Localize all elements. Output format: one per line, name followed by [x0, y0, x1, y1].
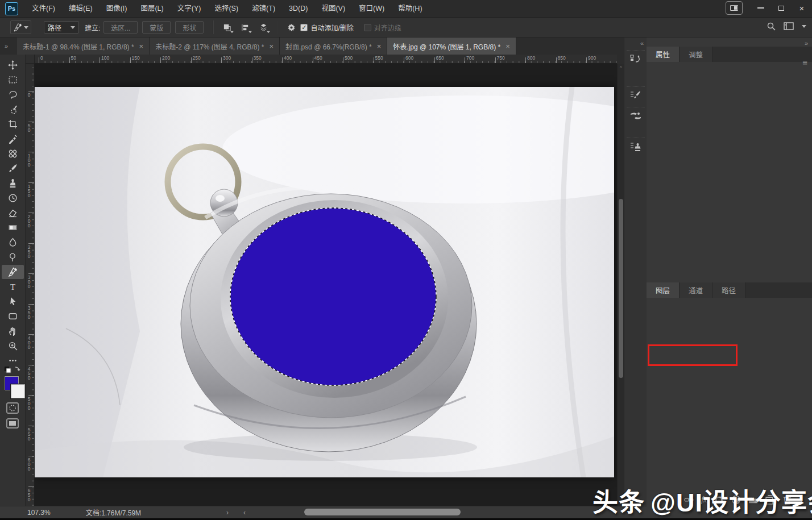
panel-menu-icon[interactable]: ≡ [802, 57, 807, 67]
tool-eraser[interactable] [2, 206, 24, 220]
expand-panels-button[interactable]: « [640, 40, 643, 47]
tool-rectangular-marquee[interactable] [2, 73, 24, 87]
quick-mask-icon[interactable] [6, 402, 19, 414]
document-canvas[interactable] [35, 64, 617, 506]
tool-hand[interactable] [2, 324, 24, 338]
tool-dodge[interactable] [2, 250, 24, 264]
menu-edit[interactable]: 编辑(E) [62, 0, 100, 18]
watermark-handle: @UI设计分享会 [651, 488, 812, 517]
menu-3d[interactable]: 3D(D) [282, 0, 314, 18]
tool-smudge[interactable] [2, 235, 24, 249]
ruler-label: 850 [558, 55, 566, 61]
ruler-tick [28, 213, 35, 213]
align-edges-checkbox[interactable] [364, 24, 371, 31]
active-tool-badge[interactable] [10, 20, 31, 34]
swap-colors-icon[interactable] [4, 366, 21, 375]
tool-pen[interactable] [2, 265, 24, 279]
horizontal-scrollbar-thumb[interactable] [304, 509, 461, 515]
menu-window[interactable]: 窗口(W) [352, 0, 391, 18]
status-flyout-arrow-icon[interactable]: › [226, 509, 229, 517]
tool-healing-brush[interactable] [2, 147, 24, 161]
tab-close-icon[interactable]: × [506, 42, 510, 51]
tool-brush[interactable] [2, 161, 24, 176]
chevron-down-icon[interactable] [802, 25, 806, 28]
minimize-button[interactable] [751, 1, 771, 15]
document-tab-1[interactable]: 未标题-2 @ 117% (图层 4, RGB/8) *× [150, 38, 280, 55]
tab-properties[interactable]: 属性 [647, 47, 680, 62]
tool-type[interactable]: T [2, 280, 24, 294]
menu-file[interactable]: 文件(F) [25, 0, 62, 18]
collapsed-panels-strip: « [624, 38, 647, 506]
toolbar-collapse-button[interactable]: » [0, 38, 17, 55]
tab-close-icon[interactable]: × [377, 42, 382, 51]
vertical-scrollbar-thumb[interactable] [619, 199, 623, 378]
tool-zoom[interactable] [2, 339, 24, 353]
tool-path-selection[interactable] [2, 294, 24, 309]
ruler-label: 550 [26, 427, 32, 440]
maximize-button[interactable] [771, 1, 792, 15]
document-tab-3[interactable]: 怀表.jpg @ 107% (图层 1, RGB/8) *× [387, 38, 516, 55]
path-arrangement-button[interactable] [256, 20, 271, 34]
make-shape-button[interactable]: 形状 [175, 21, 204, 34]
menu-bar: Ps 文件(F)编辑(E)图像(I)图层(L)文字(Y)选择(S)滤镜(T)3D… [0, 0, 812, 18]
ruler-label: 550 [375, 55, 383, 61]
tool-lasso[interactable] [2, 88, 24, 102]
tool-history-brush[interactable] [2, 191, 24, 205]
menu-view[interactable]: 视图(V) [314, 0, 352, 18]
tool-mode-select[interactable]: 路径 [44, 21, 79, 34]
scroll-left-arrow-icon[interactable]: ‹ [243, 509, 246, 517]
path-alignment-button[interactable] [238, 20, 252, 34]
tab-layers[interactable]: 图层 [647, 282, 680, 298]
ruler-label: 600 [405, 55, 413, 61]
make-mask-button[interactable]: 蒙版 [142, 21, 171, 34]
tab-close-icon[interactable]: × [139, 42, 144, 51]
tool-clone-stamp[interactable] [2, 176, 24, 190]
search-icon[interactable] [767, 22, 776, 31]
menu-select[interactable]: 选择(S) [208, 0, 245, 18]
zoom-level-field[interactable]: 107.3% [27, 509, 51, 517]
brush-presets-panel-button[interactable] [627, 107, 645, 124]
tool-eyedropper[interactable] [2, 132, 24, 146]
auto-add-delete-checkbox[interactable]: ✓ [300, 24, 308, 31]
menu-filter[interactable]: 滤镜(T) [245, 0, 282, 18]
layout-switcher-button[interactable] [726, 1, 743, 15]
ruler-label: 900 [588, 55, 596, 61]
tool-crop[interactable] [2, 117, 24, 131]
background-color-swatch[interactable] [11, 384, 25, 398]
clone-source-panel-button[interactable] [627, 138, 645, 155]
vertical-ruler[interactable]: 050100150200250300350400450500550600650 [26, 64, 35, 506]
make-selection-button[interactable]: 选区... [103, 21, 138, 34]
menu-image[interactable]: 图像(I) [100, 0, 134, 18]
collapse-dock-button[interactable]: » [805, 40, 807, 47]
tool-gradient[interactable] [2, 221, 24, 235]
pen-options-gear-button[interactable] [284, 20, 299, 34]
window-controls: × [726, 0, 812, 16]
ruler-tick [28, 122, 35, 122]
document-tab-2[interactable]: 封面.psd @ 66.7%(RGB/8) *× [280, 38, 387, 55]
history-panel-button[interactable] [627, 50, 645, 67]
document-tab-label: 怀表.jpg @ 107% (图层 1, RGB/8) * [393, 41, 500, 51]
tab-close-icon[interactable]: × [270, 42, 274, 51]
path-operations-button[interactable] [219, 20, 234, 34]
crop-icon [8, 119, 18, 129]
vertical-scrollbar[interactable]: ^ [617, 64, 624, 506]
ruler-label: 250 [193, 55, 201, 61]
workspace-switcher-icon[interactable] [784, 22, 794, 30]
ruler-origin-corner[interactable] [26, 55, 35, 64]
properties-panel-tabs: 属性 调整 ≡ [647, 47, 812, 62]
tab-adjustments[interactable]: 调整 [680, 47, 712, 62]
tool-rounded-rectangle[interactable] [2, 309, 24, 323]
tab-paths[interactable]: 路径 [712, 282, 745, 298]
menu-help[interactable]: 帮助(H) [391, 0, 429, 18]
brush-settings-panel-button[interactable] [627, 86, 645, 103]
horizontal-ruler[interactable]: 0501001502002503003504004505005506006507… [35, 55, 617, 64]
menu-type[interactable]: 文字(Y) [171, 0, 208, 18]
document-tab-0[interactable]: 未标题-1 @ 98.4% (图层 1, RGB/8) *× [17, 38, 150, 55]
menu-layer[interactable]: 图层(L) [134, 0, 170, 18]
close-button[interactable]: × [792, 1, 812, 15]
screen-mode-icon[interactable] [6, 418, 19, 429]
tool-quick-selection[interactable] [2, 102, 24, 117]
tool-move[interactable] [2, 58, 24, 72]
ruler-label: 250 [26, 244, 32, 258]
tab-channels[interactable]: 通道 [680, 282, 712, 298]
